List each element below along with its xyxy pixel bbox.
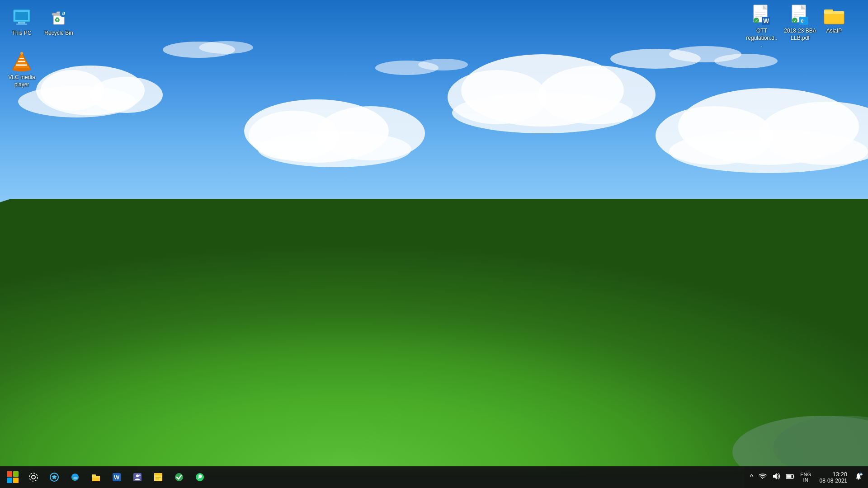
svg-point-69 [32, 475, 35, 479]
svg-rect-65 [7, 471, 12, 477]
svg-rect-28 [16, 23, 27, 25]
word-icon: W [112, 472, 122, 482]
svg-rect-77 [92, 476, 100, 478]
svg-rect-84 [154, 473, 162, 475]
notification-button[interactable]: 💬 [853, 471, 864, 483]
grass-hill [0, 199, 868, 470]
tray-overflow-button[interactable]: ^ [748, 472, 755, 482]
volume-icon [772, 472, 780, 480]
battery-icon-svg [786, 472, 795, 480]
network-icon[interactable] [757, 471, 769, 483]
svg-point-94 [858, 479, 859, 480]
svg-rect-68 [13, 478, 19, 483]
svg-rect-91 [787, 475, 792, 478]
bba-pdf-label: 2018-23 BBA LLB.pdf [784, 28, 816, 42]
svg-rect-92 [793, 476, 794, 478]
search-settings-button[interactable] [24, 469, 43, 485]
ott-doc-icon[interactable]: W ✓ OTT regulation.d... [744, 2, 780, 51]
svg-text:✓: ✓ [755, 19, 759, 23]
notification-icon: 💬 [854, 472, 863, 480]
svg-text:✓: ✓ [793, 19, 797, 23]
asiaip-icon-image [823, 4, 845, 26]
svg-rect-66 [13, 471, 19, 477]
start-button[interactable] [3, 469, 23, 485]
svg-point-87 [175, 473, 183, 481]
language-icon[interactable]: ENG IN [798, 471, 813, 483]
file-explorer-button[interactable] [86, 469, 106, 485]
edge-button[interactable] [65, 469, 85, 485]
sticky-notes-button[interactable] [148, 469, 168, 485]
svg-text:W: W [114, 474, 120, 481]
whatsapp-icon [195, 472, 205, 482]
svg-point-82 [139, 474, 141, 476]
todo-button[interactable] [169, 469, 189, 485]
file-explorer-icon [91, 472, 101, 482]
recycle-bin-label: Recycle Bin [44, 30, 73, 37]
svg-point-70 [29, 473, 38, 481]
clock-area[interactable]: 13:20 08-08-2021 [815, 471, 851, 484]
recycle-bin-icon-image: ♻ ↺ [48, 6, 70, 28]
svg-rect-67 [7, 478, 12, 483]
language-label: ENG [800, 472, 811, 477]
wifi-icon [759, 472, 767, 480]
settings-icon [28, 472, 38, 482]
svg-text:e: e [801, 18, 804, 24]
word-button[interactable]: W [107, 469, 127, 485]
sticky-notes-icon [153, 472, 163, 482]
svg-marker-89 [773, 473, 777, 479]
svg-point-40 [13, 68, 31, 71]
time-display: 13:20 [832, 471, 847, 478]
teams-icon [132, 472, 142, 482]
todo-icon [174, 472, 184, 482]
vlc-icon[interactable]: VLC media player [4, 49, 40, 90]
svg-text:💬: 💬 [860, 473, 863, 476]
svg-rect-29 [20, 22, 24, 23]
svg-text:↺: ↺ [61, 11, 66, 16]
teams-button[interactable] [127, 469, 147, 485]
ott-doc-icon-image: W ✓ [751, 4, 773, 26]
asiaip-label: AsiaIP [826, 28, 842, 35]
svg-rect-26 [15, 12, 28, 20]
svg-text:W: W [763, 17, 769, 24]
this-pc-icon-image [11, 6, 33, 28]
vlc-icon-image [11, 51, 33, 72]
bba-pdf-icon-image: e ✓ [789, 4, 811, 26]
bba-pdf-icon[interactable]: e ✓ 2018-23 BBA LLB.pdf [782, 2, 818, 43]
battery-icon[interactable] [784, 471, 797, 483]
vlc-label: VLC media player [5, 74, 38, 88]
date-display: 08-08-2021 [820, 478, 847, 484]
whatsapp-button[interactable] [190, 469, 210, 485]
taskbar: W [0, 466, 868, 488]
asiaip-icon[interactable]: AsiaIP [816, 2, 852, 37]
system-tray: ^ [745, 466, 868, 488]
desktop: This PC ♻ ↺ Recycle Bin [0, 0, 868, 488]
this-pc-label: This PC [12, 30, 32, 37]
grass-background [0, 199, 868, 470]
task-view-icon [49, 472, 59, 482]
edge-icon [70, 472, 80, 482]
ott-doc-label: OTT regulation.d... [745, 28, 778, 49]
task-view-button[interactable] [44, 469, 64, 485]
recycle-bin-icon[interactable]: ♻ ↺ Recycle Bin [41, 5, 77, 39]
sound-icon[interactable] [770, 471, 782, 483]
svg-point-81 [136, 474, 139, 477]
svg-rect-64 [824, 11, 844, 14]
country-label: IN [800, 477, 811, 483]
svg-point-41 [20, 52, 23, 55]
windows-logo-icon [6, 471, 19, 483]
svg-point-74 [73, 477, 78, 479]
this-pc-icon[interactable]: This PC [4, 5, 40, 39]
svg-text:♻: ♻ [54, 16, 60, 23]
